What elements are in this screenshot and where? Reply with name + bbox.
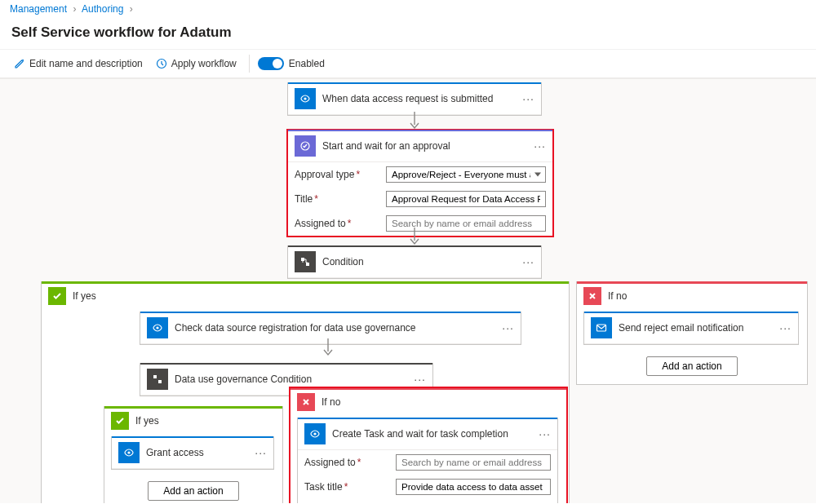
breadcrumb: Management › Authoring › — [0, 0, 816, 18]
more-icon[interactable]: ··· — [255, 446, 267, 459]
if-yes-label: If yes — [73, 290, 96, 302]
approval-title-label: Title — [295, 193, 313, 205]
edit-icon — [14, 58, 25, 69]
top-bar: Management › Authoring › Self Service wo… — [0, 0, 816, 79]
svg-point-7 — [156, 326, 158, 329]
grant-access-card[interactable]: Grant access ··· — [111, 436, 274, 470]
connector-arrow-icon — [409, 228, 420, 245]
chevron-icon: › — [126, 3, 136, 15]
task-assigned-input[interactable] — [396, 454, 551, 471]
check-icon — [48, 287, 66, 305]
toolbar-divider — [249, 55, 250, 73]
svg-rect-10 — [158, 380, 162, 383]
check-registration-title: Check data source registration for data … — [175, 322, 495, 334]
eye-icon — [295, 88, 316, 109]
inner-if-no-panel: If no Create Task and wait for task comp… — [290, 387, 567, 503]
create-task-title: Create Task and wait for task completion — [332, 428, 532, 440]
check-icon — [111, 412, 129, 430]
more-icon[interactable]: ··· — [539, 427, 551, 440]
create-task-card[interactable]: Create Task and wait for task completion… — [297, 418, 558, 503]
mail-icon — [591, 317, 612, 338]
approval-type-select[interactable]: Approve/Reject - Everyone must approve — [386, 166, 546, 183]
more-icon[interactable]: ··· — [522, 92, 534, 105]
inner-if-yes-label: If yes — [135, 415, 159, 427]
approval-title: Start and wait for an approval — [322, 140, 527, 152]
connector-arrow-icon — [322, 338, 334, 356]
approval-title-input[interactable] — [386, 191, 546, 207]
more-icon[interactable]: ··· — [414, 373, 426, 386]
apply-icon — [156, 58, 167, 69]
breadcrumb-management[interactable]: Management — [10, 3, 67, 15]
if-no-panel: If no Send reject email notification ···… — [576, 281, 808, 385]
more-icon[interactable]: ··· — [779, 321, 792, 334]
approval-type-label: Approval type — [295, 169, 354, 180]
eye-icon — [147, 317, 168, 338]
chevron-icon: › — [69, 3, 79, 15]
condition-title: Condition — [322, 256, 516, 267]
enabled-toggle[interactable] — [258, 57, 284, 70]
eye-icon — [118, 442, 140, 463]
trigger-card[interactable]: When data access request is submitted ··… — [287, 82, 542, 116]
inner-if-no-label: If no — [322, 396, 340, 408]
designer-canvas: When data access request is submitted ··… — [0, 79, 816, 503]
if-yes-panel: If yes Check data source registration fo… — [41, 281, 570, 503]
approval-card[interactable]: Start and wait for an approval ··· Appro… — [287, 130, 553, 237]
svg-rect-9 — [153, 375, 157, 378]
approval-assigned-label: Assigned to — [295, 218, 346, 229]
approval-icon — [295, 135, 316, 157]
connector-arrow-icon — [409, 112, 420, 130]
enabled-label: Enabled — [289, 58, 325, 69]
close-icon — [583, 287, 601, 305]
close-icon — [297, 393, 315, 411]
page-title: Self Service workflow for Adatum — [0, 18, 816, 49]
if-no-label: If no — [608, 290, 627, 302]
apply-workflow-button[interactable]: Apply workflow — [152, 55, 241, 72]
trigger-title: When data access request is submitted — [322, 93, 516, 104]
breadcrumb-authoring[interactable]: Authoring — [82, 3, 123, 15]
more-icon[interactable]: ··· — [522, 255, 534, 268]
svg-rect-6 — [306, 263, 309, 266]
edit-name-button[interactable]: Edit name and description — [10, 55, 147, 72]
inner-if-yes-panel: If yes Grant access ··· Add an action — [104, 406, 283, 503]
task-title-input[interactable] — [396, 479, 551, 495]
svg-rect-5 — [301, 258, 304, 261]
add-action-button[interactable]: Add an action — [646, 356, 737, 376]
condition-card[interactable]: Condition ··· — [287, 245, 542, 279]
add-action-button[interactable]: Add an action — [148, 481, 238, 501]
condition-icon — [147, 369, 168, 390]
more-icon[interactable]: ··· — [502, 321, 514, 334]
task-assigned-label: Assigned to — [304, 457, 356, 468]
governance-condition-title: Data use governance Condition — [175, 374, 407, 385]
svg-point-12 — [313, 432, 316, 435]
reject-email-title: Send reject email notification — [619, 322, 773, 334]
grant-access-title: Grant access — [146, 447, 248, 458]
more-icon[interactable]: ··· — [534, 139, 546, 153]
task-title-label: Task title — [304, 481, 343, 493]
eye-icon — [304, 423, 326, 444]
condition-icon — [295, 251, 316, 272]
svg-point-1 — [304, 97, 306, 99]
svg-point-11 — [127, 451, 130, 453]
apply-workflow-label: Apply workflow — [171, 58, 237, 69]
command-bar: Edit name and description Apply workflow… — [0, 49, 816, 78]
reject-email-card[interactable]: Send reject email notification ··· — [583, 312, 799, 345]
edit-name-label: Edit name and description — [29, 58, 143, 69]
